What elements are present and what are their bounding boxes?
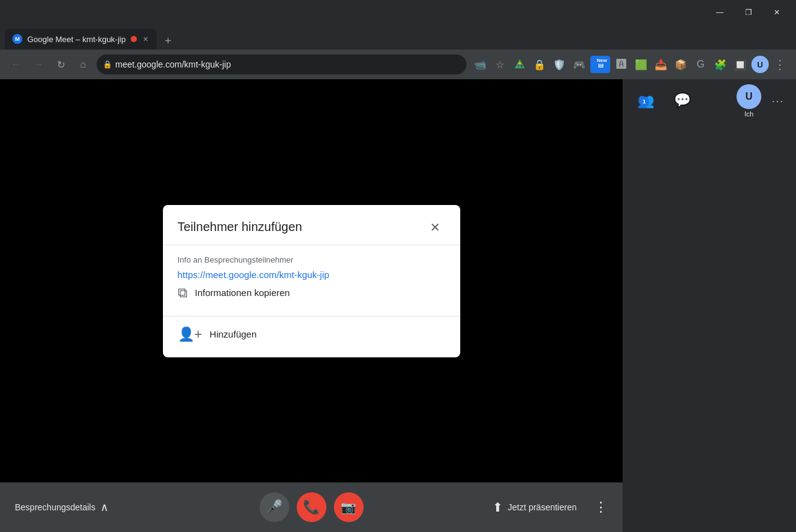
- back-button[interactable]: ←: [7, 56, 25, 73]
- meeting-details-label: Besprechungsdetails: [15, 502, 95, 512]
- lock-icon: 🔒: [103, 60, 112, 69]
- meeting-details-button[interactable]: Besprechungsdetails ∧: [15, 500, 108, 514]
- extension-icon-6[interactable]: 📥: [652, 56, 670, 73]
- present-icon: ⬆: [492, 500, 503, 515]
- modal-title: Teilnehmer hinzufügen: [178, 220, 302, 234]
- address-bar: ← → ↻ ⌂ 🔒 📹 ☆ 🔒 🛡️ 🎮 🖥 Ne: [0, 50, 796, 79]
- svg-marker-0: [515, 60, 523, 68]
- meeting-details-chevron: ∧: [100, 500, 108, 514]
- tab-favicon: M: [12, 34, 22, 44]
- copy-info-row[interactable]: ⧉ Informationen kopieren: [178, 280, 445, 306]
- extension-icon-new[interactable]: 🖥 New: [590, 56, 610, 73]
- self-user-label: Ich: [745, 110, 754, 118]
- extension-icon-4[interactable]: 🅰: [613, 56, 630, 73]
- recording-indicator: [131, 36, 137, 42]
- new-badge: New: [595, 57, 609, 64]
- add-person-icon: 👤+: [178, 326, 203, 342]
- bookmark-icon[interactable]: ☆: [491, 56, 509, 73]
- window-controls: — ❐ ✕: [706, 2, 791, 22]
- active-tab[interactable]: M Google Meet – kmt-kguk-jip ×: [5, 28, 157, 50]
- modal-add-section: 👤+ Hinzufügen: [163, 316, 460, 357]
- google-account-icon[interactable]: G: [692, 56, 709, 73]
- chat-panel-button[interactable]: 💬: [667, 87, 698, 115]
- maximize-button[interactable]: ❐: [734, 2, 763, 22]
- add-participant-modal: Teilnehmer hinzufügen ✕ Info an Besprech…: [163, 205, 460, 357]
- tab-title: Google Meet – kmt-kguk-jip: [27, 35, 126, 44]
- modal-meeting-link[interactable]: https://meet.google.com/kmt-kguk-jip: [178, 269, 445, 280]
- hangup-button[interactable]: 📞: [297, 492, 326, 522]
- address-container: 🔒: [97, 55, 466, 74]
- present-label: Jetzt präsentieren: [508, 502, 577, 512]
- modal-info-section: Info an Besprechungsteilnehmer https://m…: [163, 245, 460, 316]
- svg-marker-1: [515, 60, 523, 68]
- address-input[interactable]: [97, 55, 466, 74]
- bottom-controls: 🎤 📞 📷: [260, 492, 364, 522]
- title-bar: — ❐ ✕: [0, 0, 796, 25]
- present-button[interactable]: ⬆ Jetzt präsentieren: [485, 495, 584, 520]
- google-drive-icon[interactable]: [511, 56, 528, 73]
- chat-icon: 💬: [674, 92, 691, 108]
- modal-header: Teilnehmer hinzufügen ✕: [163, 205, 460, 245]
- extension-icon-5[interactable]: 🟩: [632, 56, 650, 73]
- extension-icon-9[interactable]: 🔲: [732, 56, 749, 73]
- close-window-button[interactable]: ✕: [763, 2, 791, 22]
- add-participant-row[interactable]: 👤+ Hinzufügen: [178, 321, 445, 347]
- chrome-browser-frame: — ❐ ✕ M Google Meet – kmt-kguk-jip × + ←…: [0, 0, 796, 79]
- copy-icon: ⧉: [178, 285, 188, 301]
- extension-icon-8[interactable]: 🧩: [712, 56, 729, 73]
- camera-toolbar-icon[interactable]: 📹: [471, 56, 489, 73]
- participants-panel-button[interactable]: 👥 1: [630, 88, 662, 114]
- right-panel-header: 👥 1 💬 U Ich ⋯: [623, 79, 796, 123]
- modal-overlay: Teilnehmer hinzufügen ✕ Info an Besprech…: [0, 79, 623, 482]
- bottom-bar: Besprechungsdetails ∧ 🎤 📞 📷 ⬆ Jetzt präs…: [0, 482, 623, 532]
- tab-bar: M Google Meet – kmt-kguk-jip × +: [0, 25, 796, 50]
- video-area: Teilnehmer hinzufügen ✕ Info an Besprech…: [0, 79, 623, 532]
- tab-close-button[interactable]: ×: [142, 33, 149, 45]
- bottom-right-controls: ⬆ Jetzt präsentieren ⋮: [485, 495, 608, 520]
- modal-section-label: Info an Besprechungsteilnehmer: [178, 255, 445, 264]
- microphone-button[interactable]: 🎤: [260, 492, 289, 522]
- chrome-menu-button[interactable]: ⋮: [771, 55, 789, 74]
- more-options-button[interactable]: ⋮: [594, 499, 608, 515]
- panel-more-button[interactable]: ⋯: [766, 89, 789, 113]
- toolbar-icons: 📹 ☆ 🔒 🛡️ 🎮 🖥 New 🅰 🟩 📥 📦 G: [471, 55, 789, 74]
- forward-button[interactable]: →: [30, 56, 47, 73]
- participants-count-badge: 1: [639, 97, 649, 107]
- minimize-button[interactable]: —: [706, 2, 734, 22]
- extension-icon-2[interactable]: 🛡️: [551, 56, 568, 73]
- right-panel: 👥 1 💬 U Ich ⋯: [623, 79, 796, 532]
- add-label: Hinzufügen: [209, 329, 256, 339]
- extension-icon-3[interactable]: 🎮: [571, 56, 588, 73]
- video-off-icon: 📷: [341, 500, 356, 515]
- home-button[interactable]: ⌂: [74, 56, 92, 73]
- extension-icon-1[interactable]: 🔒: [531, 56, 548, 73]
- self-video-avatar: U: [737, 84, 761, 109]
- reload-button[interactable]: ↻: [52, 56, 69, 73]
- new-tab-button[interactable]: +: [159, 32, 177, 50]
- copy-label: Informationen kopieren: [195, 287, 290, 298]
- main-content: Teilnehmer hinzufügen ✕ Info an Besprech…: [0, 79, 796, 532]
- extension-icon-7[interactable]: 📦: [672, 56, 689, 73]
- profile-avatar[interactable]: U: [751, 56, 769, 73]
- video-button[interactable]: 📷: [334, 492, 364, 522]
- modal-close-button[interactable]: ✕: [426, 217, 445, 237]
